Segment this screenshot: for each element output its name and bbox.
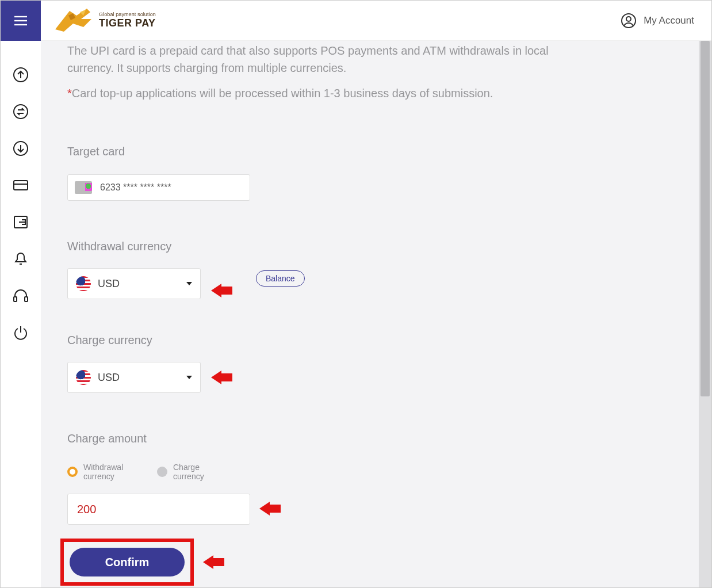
- svg-rect-18: [14, 297, 17, 301]
- processing-note: *Card top-up applications will be proces…: [67, 87, 699, 100]
- my-account-link[interactable]: My Account: [621, 1, 694, 41]
- svg-rect-13: [14, 181, 28, 190]
- annotation-arrow: [259, 502, 270, 516]
- svg-marker-3: [55, 9, 91, 32]
- card-thumb-icon: [75, 181, 92, 194]
- radio-off-icon: [157, 467, 167, 477]
- withdrawal-currency-value: USD: [98, 278, 120, 290]
- chevron-down-icon: [186, 376, 192, 379]
- annotation-arrow: [203, 555, 213, 569]
- svg-point-10: [14, 105, 28, 119]
- logo[interactable]: Global payment solution TIGER PAY: [52, 6, 156, 35]
- sidebar: [1, 41, 41, 341]
- power-icon: [13, 325, 28, 340]
- menu-button[interactable]: [1, 1, 41, 41]
- brand-name: TIGER PAY: [99, 17, 156, 29]
- withdrawal-currency-select[interactable]: USD: [67, 268, 201, 299]
- charge-amount-input[interactable]: [77, 503, 240, 516]
- charge-currency-select[interactable]: USD: [67, 362, 201, 393]
- sidebar-item-card[interactable]: [12, 177, 29, 194]
- svg-rect-19: [25, 297, 28, 301]
- logo-text: Global payment solution TIGER PAY: [99, 12, 156, 29]
- user-icon: [621, 13, 637, 29]
- confirm-highlight-box: Confirm: [60, 539, 194, 586]
- hamburger-icon: [14, 16, 27, 26]
- confirm-label: Confirm: [105, 556, 150, 569]
- withdrawal-currency-label: Withdrawal currency: [67, 240, 699, 253]
- bell-icon: [13, 251, 28, 267]
- sidebar-item-exchange[interactable]: [12, 103, 29, 120]
- tiger-logo-icon: [52, 6, 95, 35]
- target-card-value: 6233 **** **** ****: [100, 182, 171, 193]
- charge-amount-input-wrap: [67, 494, 250, 525]
- description-text: The UPI card is a prepaid card that also…: [67, 41, 556, 77]
- sidebar-item-notifications[interactable]: [12, 250, 29, 268]
- headphones-icon: [13, 288, 29, 303]
- radio-withdrawal-label: Withdrawal currency: [83, 463, 141, 481]
- radio-on-icon: [67, 467, 78, 477]
- flag-us-icon: [76, 276, 91, 291]
- card-icon: [13, 179, 29, 192]
- deposit-icon: [13, 67, 29, 83]
- note-text: Card top-up applications will be process…: [72, 87, 493, 100]
- charge-amount-label: Charge amount: [67, 432, 699, 445]
- content-scrollbar[interactable]: [699, 41, 711, 587]
- charge-currency-value: USD: [98, 372, 120, 384]
- brand-tagline: Global payment solution: [99, 12, 156, 17]
- balance-button[interactable]: Balance: [256, 270, 305, 287]
- confirm-button[interactable]: Confirm: [70, 548, 185, 576]
- flag-us-icon: [76, 370, 91, 385]
- svg-point-7: [626, 17, 631, 21]
- sidebar-item-withdraw[interactable]: [12, 213, 29, 231]
- transfer-icon: [13, 140, 29, 156]
- radio-withdrawal-currency[interactable]: Withdrawal currency: [67, 463, 141, 481]
- withdraw-icon: [13, 215, 29, 230]
- sidebar-item-support[interactable]: [12, 287, 29, 304]
- target-card-label: Target card: [67, 145, 699, 158]
- scrollbar-thumb[interactable]: [700, 41, 710, 396]
- sidebar-item-transfer[interactable]: [12, 140, 29, 157]
- exchange-icon: [13, 104, 29, 120]
- header: Global payment solution TIGER PAY My Acc…: [1, 1, 711, 41]
- my-account-label: My Account: [644, 15, 694, 26]
- radio-charge-label: Charge currency: [173, 463, 231, 481]
- target-card-select[interactable]: 6233 **** **** ****: [67, 174, 250, 201]
- main-content: The UPI card is a prepaid card that also…: [41, 41, 699, 587]
- radio-charge-currency[interactable]: Charge currency: [157, 463, 231, 481]
- chevron-down-icon: [186, 282, 192, 285]
- sidebar-item-logout[interactable]: [12, 324, 29, 341]
- charge-currency-label: Charge currency: [67, 334, 699, 347]
- sidebar-item-deposit[interactable]: [12, 66, 29, 83]
- required-asterisk: *: [67, 87, 72, 100]
